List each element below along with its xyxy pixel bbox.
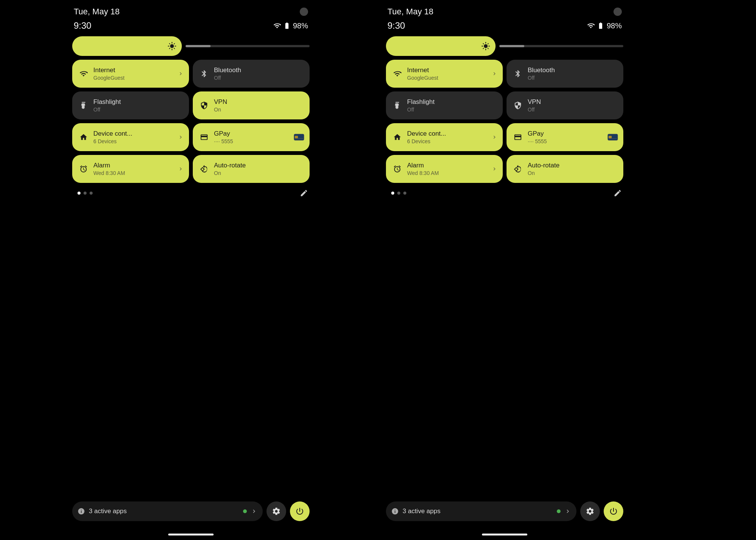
battery-icon bbox=[283, 22, 291, 29]
tile-text-auto-rotate: Auto-rotateOn bbox=[214, 162, 246, 176]
tile-title-flashlight: Flashlight bbox=[407, 98, 435, 106]
phone-panel-2: Tue, May 189:30 98% InternetGoogleGuestB… bbox=[380, 0, 629, 540]
rotate-icon bbox=[513, 165, 523, 173]
phone-panel-1: Tue, May 189:30 98% InternetGoogleGuestB… bbox=[66, 0, 316, 540]
tile-alarm[interactable]: AlarmWed 8:30 AM bbox=[386, 155, 503, 183]
settings-button[interactable] bbox=[266, 501, 286, 521]
pagination-dots bbox=[77, 192, 93, 195]
chevron-right-icon bbox=[564, 508, 571, 515]
tile-arrow-device-cont bbox=[491, 134, 497, 140]
tile-text-device-cont: Device cont...6 Devices bbox=[93, 130, 132, 144]
dot-1 bbox=[391, 192, 394, 195]
brightness-row[interactable] bbox=[66, 36, 316, 60]
home-icon bbox=[78, 133, 89, 141]
tile-card-icon-gpay bbox=[294, 134, 304, 141]
tile-subtitle-alarm: Wed 8:30 AM bbox=[407, 170, 439, 176]
bluetooth-icon bbox=[199, 70, 209, 78]
tile-flashlight[interactable]: FlashlightOff bbox=[386, 91, 503, 119]
chevron-right-icon bbox=[251, 508, 257, 515]
svg-rect-1 bbox=[295, 136, 298, 138]
tile-text-gpay: GPay···· 5555 bbox=[214, 130, 233, 144]
edit-icon[interactable] bbox=[613, 189, 622, 197]
tile-gpay[interactable]: GPay···· 5555 bbox=[507, 123, 623, 151]
home-icon bbox=[392, 133, 403, 141]
tile-internet[interactable]: InternetGoogleGuest bbox=[72, 60, 189, 88]
tiles-grid: InternetGoogleGuestBluetoothOffFlashligh… bbox=[66, 60, 316, 183]
tile-gpay[interactable]: GPay···· 5555 bbox=[193, 123, 310, 151]
status-icons: 98% bbox=[273, 22, 308, 30]
active-apps-pill[interactable]: 3 active apps bbox=[386, 501, 576, 521]
status-date: Tue, May 18 bbox=[387, 7, 433, 17]
active-indicator-dot bbox=[243, 509, 247, 513]
tile-subtitle-auto-rotate: On bbox=[214, 170, 246, 176]
tile-device-cont[interactable]: Device cont...6 Devices bbox=[386, 123, 503, 151]
brightness-track[interactable] bbox=[499, 45, 623, 47]
wifi-icon bbox=[78, 70, 89, 78]
brightness-icon bbox=[481, 42, 490, 51]
bluetooth-icon bbox=[513, 70, 523, 78]
tile-internet[interactable]: InternetGoogleGuest bbox=[386, 60, 503, 88]
brightness-track[interactable] bbox=[186, 45, 310, 47]
brightness-row[interactable] bbox=[380, 36, 629, 60]
brightness-icon bbox=[167, 42, 177, 51]
tile-text-vpn: VPNOff bbox=[528, 98, 541, 113]
wifi-icon bbox=[392, 70, 403, 78]
credit-icon bbox=[199, 133, 209, 141]
wifi-status-icon bbox=[273, 22, 281, 29]
flashlight-icon bbox=[78, 101, 89, 110]
tile-title-bluetooth: Bluetooth bbox=[528, 67, 555, 74]
tiles-grid: InternetGoogleGuestBluetoothOffFlashligh… bbox=[380, 60, 629, 183]
tile-subtitle-vpn: Off bbox=[528, 107, 541, 113]
camera-dot bbox=[300, 8, 308, 16]
rotate-icon bbox=[199, 165, 209, 173]
vpn-icon bbox=[513, 101, 523, 110]
tile-title-gpay: GPay bbox=[528, 130, 547, 138]
tile-vpn[interactable]: VPNOn bbox=[193, 91, 310, 119]
brightness-pill[interactable] bbox=[386, 36, 496, 56]
tile-arrow-device-cont bbox=[178, 134, 184, 140]
screen-container: Tue, May 189:30 98% InternetGoogleGuestB… bbox=[0, 0, 756, 540]
tile-subtitle-bluetooth: Off bbox=[214, 75, 241, 81]
tile-subtitle-internet: GoogleGuest bbox=[407, 75, 438, 81]
settings-button[interactable] bbox=[580, 501, 600, 521]
tile-subtitle-device-cont: 6 Devices bbox=[407, 138, 446, 144]
status-time: 9:30 bbox=[387, 20, 405, 31]
alarm-icon bbox=[392, 165, 403, 173]
tile-flashlight[interactable]: FlashlightOff bbox=[72, 91, 189, 119]
status-icons: 98% bbox=[587, 22, 622, 30]
tile-text-alarm: AlarmWed 8:30 AM bbox=[93, 162, 125, 176]
tile-title-internet: Internet bbox=[93, 67, 125, 74]
tile-text-gpay: GPay···· 5555 bbox=[528, 130, 547, 144]
tile-subtitle-flashlight: Off bbox=[407, 107, 435, 113]
tile-alarm[interactable]: AlarmWed 8:30 AM bbox=[72, 155, 189, 183]
tile-subtitle-gpay: ···· 5555 bbox=[214, 138, 233, 144]
status-bar-top: Tue, May 18 bbox=[380, 0, 629, 20]
tile-title-alarm: Alarm bbox=[93, 162, 125, 169]
tile-title-bluetooth: Bluetooth bbox=[214, 67, 241, 74]
tile-auto-rotate[interactable]: Auto-rotateOn bbox=[507, 155, 623, 183]
flashlight-icon bbox=[392, 101, 403, 110]
active-apps-pill[interactable]: 3 active apps bbox=[72, 501, 263, 521]
battery-percentage: 98% bbox=[293, 22, 308, 30]
tile-auto-rotate[interactable]: Auto-rotateOn bbox=[193, 155, 310, 183]
tile-subtitle-gpay: ···· 5555 bbox=[528, 138, 547, 144]
wifi-status-icon bbox=[587, 22, 595, 29]
tile-subtitle-internet: GoogleGuest bbox=[93, 75, 125, 81]
tile-bluetooth[interactable]: BluetoothOff bbox=[193, 60, 310, 88]
credit-icon bbox=[513, 133, 523, 141]
pagination-dots bbox=[391, 192, 406, 195]
tile-bluetooth[interactable]: BluetoothOff bbox=[507, 60, 623, 88]
tile-title-gpay: GPay bbox=[214, 130, 233, 138]
brightness-pill[interactable] bbox=[72, 36, 182, 56]
tile-vpn[interactable]: VPNOff bbox=[507, 91, 623, 119]
tile-card-icon-gpay bbox=[607, 134, 618, 141]
active-indicator-dot bbox=[557, 509, 561, 513]
tile-title-alarm: Alarm bbox=[407, 162, 439, 169]
power-button[interactable] bbox=[604, 501, 623, 521]
power-button[interactable] bbox=[290, 501, 310, 521]
edit-icon[interactable] bbox=[300, 189, 308, 197]
camera-dot bbox=[613, 8, 622, 16]
bottom-bar: 3 active apps bbox=[72, 501, 310, 521]
tile-device-cont[interactable]: Device cont...6 Devices bbox=[72, 123, 189, 151]
tile-subtitle-alarm: Wed 8:30 AM bbox=[93, 170, 125, 176]
